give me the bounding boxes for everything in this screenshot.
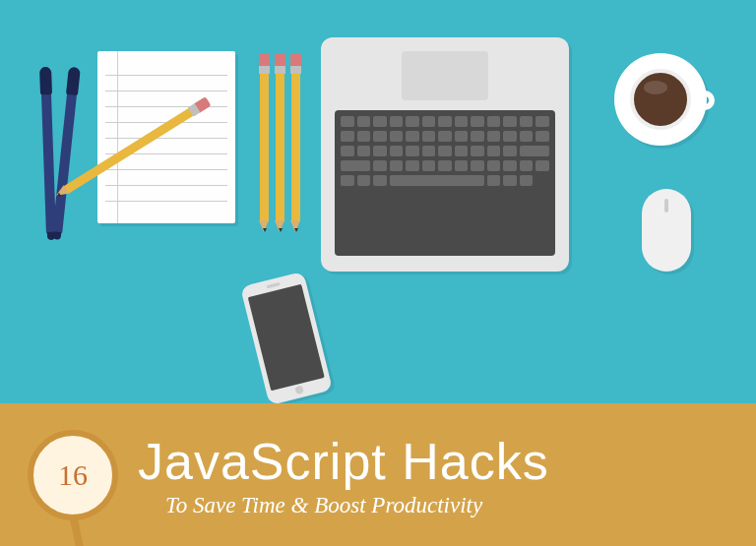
keyboard-key — [438, 131, 452, 143]
keyboard-key — [357, 131, 371, 143]
keyboard-key — [503, 160, 517, 172]
keyboard-key — [390, 160, 404, 172]
keyboard-key — [455, 131, 469, 143]
pencil-icon — [291, 63, 300, 222]
keyboard-key — [520, 131, 534, 143]
keyboard-key — [422, 160, 436, 172]
keyboard-key — [455, 116, 469, 128]
desk-scene — [0, 0, 756, 403]
keyboard-key — [471, 131, 484, 143]
keyboard-key — [373, 131, 387, 143]
keyboard-key — [422, 146, 436, 157]
keyboard-key — [503, 116, 517, 128]
keyboard-key — [503, 146, 517, 157]
pen-icon — [52, 67, 80, 234]
badge-number: 16 — [58, 458, 88, 492]
keyboard-key — [406, 146, 419, 157]
keyboard-key — [520, 175, 534, 187]
keyboard-key — [390, 175, 484, 187]
keyboard-key — [438, 160, 452, 172]
keyboard-key — [341, 116, 354, 128]
keyboard-key — [536, 160, 549, 172]
keyboard-key — [341, 160, 370, 172]
keyboard-key — [487, 146, 501, 157]
keyboard-key — [341, 175, 354, 187]
keyboard-key — [471, 146, 484, 157]
pencil-icon — [260, 63, 269, 222]
laptop-icon — [321, 37, 569, 272]
keyboard-key — [373, 160, 387, 172]
keyboard-key — [341, 131, 354, 143]
keyboard-key — [536, 116, 549, 128]
keyboard-key — [373, 175, 387, 187]
keyboard-key — [487, 131, 501, 143]
keyboard-key — [438, 146, 452, 157]
keyboard-key — [455, 160, 469, 172]
keyboard-key — [357, 146, 371, 157]
banner-subtitle: To Save Time & Boost Productivity — [165, 493, 549, 518]
keyboard-key — [341, 146, 354, 157]
smartphone-icon — [240, 272, 333, 405]
keyboard-key — [390, 131, 404, 143]
notepad-icon — [97, 51, 235, 223]
keyboard-key — [536, 131, 549, 143]
keyboard-key — [471, 160, 484, 172]
keyboard-key — [357, 175, 371, 187]
pen-icon — [40, 67, 56, 234]
keyboard-key — [390, 146, 404, 157]
keyboard-key — [406, 131, 419, 143]
keyboard-key — [390, 116, 404, 128]
keyboard-key — [487, 116, 501, 128]
keyboard-key — [520, 146, 549, 157]
keyboard-key — [503, 131, 517, 143]
keyboard-key — [357, 116, 371, 128]
keyboard-key — [471, 116, 484, 128]
keyboard-key — [373, 146, 387, 157]
keyboard-key — [455, 146, 469, 157]
keyboard-key — [487, 160, 501, 172]
keyboard-key — [373, 116, 387, 128]
magnifier-badge-icon: 16 — [28, 430, 118, 520]
keyboard-key — [422, 131, 436, 143]
coffee-cup-icon — [614, 53, 707, 146]
keyboard-key — [487, 175, 501, 187]
mouse-icon — [642, 189, 691, 272]
title-banner: 16 JavaScript Hacks To Save Time & Boost… — [0, 403, 756, 546]
banner-title: JavaScript Hacks — [138, 432, 549, 491]
keyboard-key — [503, 175, 517, 187]
keyboard-key — [520, 160, 534, 172]
keyboard-key — [406, 160, 419, 172]
keyboard-key — [520, 116, 534, 128]
keyboard-key — [406, 116, 419, 128]
pencil-icon — [276, 63, 284, 222]
keyboard-key — [422, 116, 436, 128]
keyboard-key — [438, 116, 452, 128]
